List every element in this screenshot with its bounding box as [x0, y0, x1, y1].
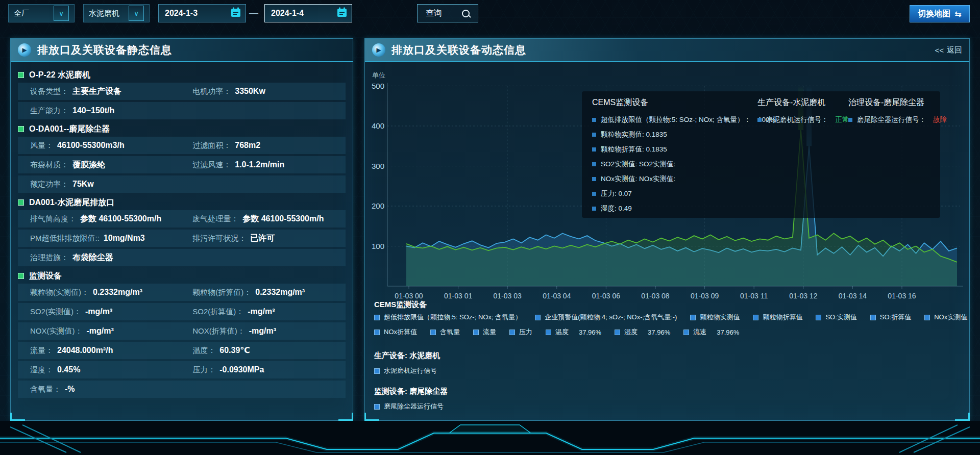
legend-item-label: 湿度	[624, 327, 638, 337]
legend-item[interactable]: NOx折算值	[374, 327, 417, 337]
info-label: 温度：	[192, 346, 215, 356]
info-value: 参数 46100-55300m/h	[242, 214, 324, 224]
legend-item[interactable]: 压力	[509, 327, 532, 337]
x-tick-label: 01-03 14	[839, 292, 867, 300]
y-tick-label: 400	[372, 121, 384, 130]
chevron-down-icon[interactable]: ∨	[54, 6, 69, 21]
info-cell: 排气筒高度：参数 46100-55300m/h	[30, 214, 192, 224]
calendar-icon[interactable]	[336, 7, 348, 20]
info-value: -mg/m³	[249, 326, 276, 336]
legend-item[interactable]: NOx实测值	[924, 313, 967, 322]
plant-select[interactable]: 全厂 ∨	[8, 4, 75, 22]
legend-item-label: 温度	[555, 327, 569, 337]
info-cell: 压力：-0.0930MPa	[192, 365, 342, 375]
chevron-down-icon[interactable]: ∨	[129, 6, 144, 21]
calendar-icon[interactable]	[230, 7, 241, 20]
panel-header: ▶ 排放口及关联设备静态信息	[11, 39, 353, 62]
query-button[interactable]: 查询	[417, 4, 478, 22]
legend-item[interactable]: SO:实测值	[816, 313, 856, 322]
chart-tooltip: CEMS监测设备超低排放限值（颗拉物:5: SOz-; NOx; 含氧量）：10…	[582, 91, 940, 218]
corner-accent	[364, 413, 379, 421]
y-tick-label: 200	[372, 201, 384, 210]
end-date-input[interactable]: 2024-1-4	[264, 4, 352, 22]
legend-square-icon	[848, 118, 852, 122]
legend-item[interactable]: 温度37.96%	[546, 327, 601, 337]
info-value: -mg/m³	[85, 307, 112, 316]
legend-item[interactable]: 水泥磨机运行信号	[374, 366, 437, 375]
legend-square-icon	[592, 207, 596, 211]
section-header: O-P-22 水泥磨机	[18, 67, 346, 83]
info-label: 含氧量：	[30, 385, 61, 394]
x-tick-label: 01-03 09	[691, 292, 719, 300]
static-info-body: O-P-22 水泥磨机设备类型：主要生产设备电机功率：3350Kw生产能力：14…	[11, 61, 353, 417]
tooltip-title: 治理设备-磨尾除尘器	[848, 97, 938, 108]
y-axis-unit-label: 单位	[372, 71, 385, 79]
legend-item[interactable]: 流速37.96%	[683, 327, 739, 337]
legend-item[interactable]: 颗粒物实测值	[690, 313, 740, 322]
chart[interactable]: 单位10020030040050001-03 0001-03 0101-03 0…	[365, 61, 969, 420]
x-tick-label: 01-03 01	[444, 292, 472, 300]
section-title: DA001-水泥磨尾排放口	[29, 197, 114, 208]
tooltip-column: 治理设备-磨尾除尘器磨尾除尘器运行信号：故障	[848, 97, 938, 130]
legend-square-icon	[592, 177, 596, 181]
tooltip-item: 颗粒物实测值: 0.1835	[592, 130, 754, 139]
info-cell: 额定功率：75Kw	[30, 180, 192, 189]
info-row: 布袋材质：覆膜涤纶过滤风速：1.0-1.2m/min	[18, 156, 346, 173]
tooltip-column: 生产设备-水泥磨机水泥磨机运行信号：正常	[757, 97, 844, 130]
back-button[interactable]: << 返回	[935, 45, 962, 55]
info-cell: NOX(折算值)：-mg/m³	[192, 326, 342, 336]
legend-item[interactable]: 磨尾除尘器运行信号	[374, 402, 444, 411]
legend-item[interactable]: 流量	[473, 327, 496, 337]
info-cell: 设备类型：主要生产设备	[30, 86, 192, 97]
bottom-decoration	[0, 421, 980, 455]
tooltip-title: 生产设备-水泥磨机	[757, 97, 844, 108]
legend-item-value: 37.96%	[579, 328, 601, 336]
legend-item-label: 流量	[483, 327, 496, 337]
legend-square-icon	[374, 368, 380, 374]
legend-row: NOx折算值含氧量流量压力温度37.96%湿度37.96%流速37.96%	[374, 327, 739, 337]
legend-item[interactable]: 湿度37.96%	[615, 327, 670, 337]
corner-accent	[10, 413, 25, 421]
info-row: 含氧量：-%	[18, 381, 346, 398]
tooltip-item-text: 压力: 0.07	[601, 189, 632, 198]
legend-square-icon	[592, 118, 596, 122]
legend-square-icon	[816, 315, 821, 320]
legend-item[interactable]: 企业预警值(颗粒物:4; sOz-; NOx-;含氧气量:-)	[535, 313, 677, 322]
info-value: 参数 46100-55300m/h	[80, 214, 161, 224]
switch-map-button[interactable]: 切换地图 ⇆	[910, 5, 970, 22]
legend-item[interactable]: 颗粒物折算值	[753, 313, 802, 322]
info-cell: 治理措施：布袋除尘器	[30, 252, 192, 263]
start-date-value: 2024-1-3	[165, 9, 198, 18]
legend-item[interactable]: 超低排放限值（颗拉物:5: SOz-; NOx; 含氧量）	[374, 313, 522, 322]
legend-item[interactable]: SO:折算值	[870, 313, 911, 322]
legend-square-icon	[924, 315, 930, 320]
info-value: 1.0-1.2m/min	[235, 160, 284, 169]
info-value: 布袋除尘器	[72, 252, 113, 263]
info-cell: 风量：46100-55300m3/h	[30, 141, 192, 150]
device-select[interactable]: 水泥磨机 ∨	[83, 4, 150, 22]
end-date-value: 2024-1-4	[271, 9, 304, 18]
start-date-input[interactable]: 2024-1-3	[158, 4, 246, 22]
info-cell: 废气处理量：参数 46100-55300m/h	[192, 214, 342, 224]
info-cell: PM超低排排放限值::10mg/Nm3	[30, 234, 192, 243]
corner-accent	[338, 413, 353, 421]
x-tick-label: 01-03 03	[494, 292, 522, 300]
play-icon: ▶	[18, 43, 31, 57]
legend-square-icon	[374, 330, 380, 335]
legend-item-label: 压力	[519, 327, 532, 337]
legend-row: 水泥磨机运行信号	[374, 366, 437, 375]
info-label: 颗粒物(实测值)：	[30, 288, 89, 297]
tooltip-item: 压力: 0.07	[592, 189, 754, 198]
legend-square-icon	[592, 147, 596, 151]
device-select-value: 水泥磨机	[89, 9, 119, 18]
y-tick-label: 300	[372, 162, 384, 170]
legend-item[interactable]: 含氧量	[430, 327, 460, 337]
info-cell: SO2(折算值)：-mg/m³	[192, 307, 342, 317]
info-label: 湿度：	[30, 365, 53, 375]
info-cell: 温度：60.39℃	[192, 345, 342, 356]
legend-item-value: 37.96%	[717, 328, 739, 336]
dynamic-info-panel: ▶ 排放口及关联设备动态信息 << 返回 单位10020030040050001…	[364, 38, 970, 421]
tooltip-item: 超低排放限值（颗拉物:5: SOz-; NOx; 含氧量）：100%	[592, 115, 754, 124]
info-row: NOX(实测值)：-mg/m³NOX(折算值)：-mg/m³	[18, 322, 346, 340]
legend-square-icon	[546, 330, 551, 335]
